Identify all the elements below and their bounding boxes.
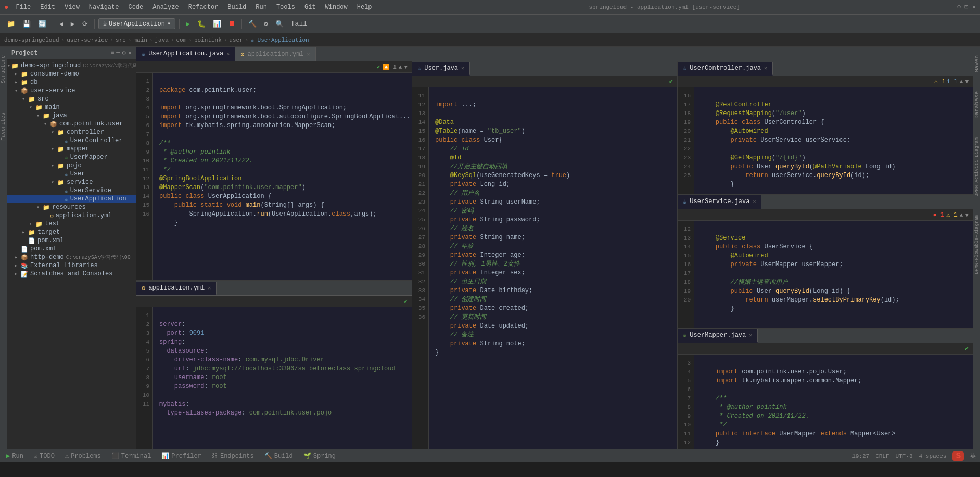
yml-code[interactable]: server: port: 9091 spring: datasource: d… — [153, 307, 412, 453]
tree-item-pom-user[interactable]: ▸ 📄 pom.xml — [7, 236, 136, 245]
bc-com[interactable]: com — [176, 37, 187, 43]
toolbar-save[interactable]: 💾 — [20, 18, 33, 30]
menu-edit[interactable]: Edit — [36, 3, 59, 12]
scroll-down-2[interactable]: ▼ — [965, 212, 969, 218]
database-tab[interactable]: Database — [973, 87, 981, 123]
tree-item-service[interactable]: ▾ 📁 service — [7, 178, 136, 186]
toolbar-settings[interactable]: ⚙ — [261, 18, 271, 30]
scroll-down-1[interactable]: ▼ — [965, 79, 969, 85]
project-selector[interactable]: ☕ UserApplication ▾ — [98, 18, 176, 29]
tree-item-appyml[interactable]: ▸ ⚙ application.yml — [7, 211, 136, 220]
tree-item-consumer[interactable]: ▸ 📁 consumer-demo — [7, 70, 136, 78]
bc-userap[interactable]: ☕ UserApplication — [250, 36, 309, 43]
yml-tab-close[interactable]: ✕ — [208, 285, 211, 291]
tab-appyml-close[interactable]: ✕ — [307, 51, 310, 57]
tree-item-pom-root[interactable]: ▸ 📄 pom.xml — [7, 245, 136, 253]
bpmn-flex-tab[interactable]: BPMN-Flowable-Diagram — [973, 211, 981, 278]
scroll-up-2[interactable]: ▲ — [960, 212, 963, 218]
bpmn-activ-tab[interactable]: BPMN Activiti Diagram — [973, 133, 981, 200]
tab-userservice-close[interactable]: ✕ — [753, 198, 756, 205]
stop-btn[interactable]: ⏹ — [226, 18, 238, 29]
toolbar-sync[interactable]: 🔄 — [35, 18, 49, 30]
toolbar-tail[interactable]: Tail — [288, 18, 310, 29]
scroll-up-1[interactable]: ▲ — [960, 79, 963, 85]
tree-item-ext-libs[interactable]: ▸ 📚 External Libraries — [7, 261, 136, 270]
tree-item-usercontroller[interactable]: ▸ ☕ UserController — [7, 136, 136, 145]
menu-view[interactable]: View — [60, 3, 84, 12]
bc-demo[interactable]: demo-springcloud — [4, 37, 59, 43]
tab-usercontroller[interactable]: ☕ UserController.java ✕ — [678, 62, 773, 76]
tree-item-demo[interactable]: ▾ 📁 demo-springcloud C:\crazySA\学习代码 — [7, 61, 136, 70]
terminal-tab[interactable]: ⬛ Terminal — [109, 451, 154, 461]
userservice-code[interactable]: @Service public class UserService { @Aut… — [694, 221, 973, 328]
menu-file[interactable]: File — [11, 3, 35, 12]
run-bottom-tab[interactable]: ▶ Run — [4, 451, 26, 461]
structure-tab[interactable]: Structure — [0, 51, 7, 87]
tab-usermapper[interactable]: ☕ UserMapper.java ✕ — [678, 329, 758, 343]
spring-tab[interactable]: 🌱 Spring — [301, 451, 338, 461]
bc-src[interactable]: src — [116, 37, 126, 43]
tree-item-src[interactable]: ▾ 📁 src — [7, 95, 136, 103]
scroll-down-btn[interactable]: ▼ — [404, 64, 408, 70]
bc-java[interactable]: java — [155, 37, 169, 43]
tab-appyml[interactable]: ⚙ application.yml ✕ — [235, 47, 315, 61]
toolbar-back[interactable]: ◀ — [57, 18, 66, 30]
tree-item-mapper[interactable]: ▾ 📁 mapper — [7, 145, 136, 153]
bc-user[interactable]: user — [229, 37, 243, 43]
tree-item-main[interactable]: ▾ 📁 main — [7, 103, 136, 111]
tree-item-target[interactable]: ▸ 📁 target — [7, 228, 136, 236]
window-controls[interactable]: ⊖ ⊡ ✕ — [957, 3, 976, 11]
tree-item-resources[interactable]: ▾ 📁 resources — [7, 203, 136, 211]
tab-userservice[interactable]: ☕ UserService.java ✕ — [678, 195, 761, 209]
tree-item-usermapper[interactable]: ▸ ☕ UserMapper — [7, 153, 136, 161]
tree-item-controller[interactable]: ▾ 📁 controller — [7, 128, 136, 136]
menu-code[interactable]: Code — [124, 3, 147, 12]
tab-user[interactable]: ☕ User.java ✕ — [412, 62, 470, 76]
tab-userap[interactable]: ☕ UserApplication.java ✕ — [136, 47, 235, 61]
tab-userap-close[interactable]: ✕ — [226, 51, 230, 57]
debug-btn[interactable]: 🐛 — [195, 18, 208, 30]
userap-code[interactable]: package com.pointink.user; import org.sp… — [153, 73, 412, 280]
tree-item-userservice[interactable]: ▸ ☕ UserService — [7, 186, 136, 195]
sidebar-settings-btn[interactable]: ⚙ — [122, 49, 126, 57]
tree-item-http-demo[interactable]: ▸ 📦 http-demo C:\crazySA\学习代码\00_ — [7, 253, 136, 261]
profiler-tab[interactable]: 📊 Profiler — [159, 451, 203, 461]
menu-window[interactable]: Window — [321, 3, 352, 12]
tree-item-db[interactable]: ▸ 📁 db — [7, 78, 136, 86]
scroll-up-btn[interactable]: ▲ — [399, 64, 402, 70]
toolbar-build[interactable]: 🔨 — [246, 18, 259, 30]
menu-git[interactable]: Git — [300, 3, 320, 12]
bc-pointink[interactable]: pointink — [194, 37, 222, 43]
run-btn[interactable]: ▶ — [183, 18, 193, 30]
tree-item-java[interactable]: ▾ 📁 java — [7, 111, 136, 120]
toolbar-open[interactable]: 📁 — [4, 18, 18, 30]
build-tab[interactable]: 🔨 Build — [262, 451, 295, 461]
tab-usermapper-close[interactable]: ✕ — [749, 332, 752, 338]
tree-item-user-service[interactable]: ▾ 📦 user-service — [7, 86, 136, 95]
todo-tab[interactable]: ☑ TODO — [32, 451, 57, 461]
menu-build[interactable]: Build — [223, 3, 250, 12]
toolbar-history[interactable]: ⟳ — [80, 18, 91, 30]
tab-usercontroller-close[interactable]: ✕ — [764, 65, 767, 71]
tab-yml-active[interactable]: ⚙ application.yml ✕ — [136, 282, 217, 295]
bc-user-service[interactable]: user-service — [67, 37, 108, 43]
sidebar-sort-btn[interactable]: ≡ — [110, 49, 114, 57]
menu-run[interactable]: Run — [251, 3, 271, 12]
tree-item-test[interactable]: ▸ 📁 test — [7, 220, 136, 228]
endpoints-tab[interactable]: ⛓ Endpoints — [210, 451, 256, 461]
run-coverage-btn[interactable]: 📊 — [210, 18, 224, 30]
menu-navigate[interactable]: Navigate — [85, 3, 123, 12]
menu-refactor[interactable]: Refactor — [184, 3, 223, 12]
maven-tab[interactable]: Maven — [973, 51, 981, 77]
menu-help[interactable]: Help — [353, 3, 376, 12]
sidebar-collapse-btn[interactable]: — — [116, 49, 120, 57]
usercontroller-code[interactable]: @RestController @RequestMapping("/user")… — [694, 87, 973, 194]
user-code[interactable]: import ...; @Data @Table(name = "tb_user… — [429, 87, 677, 461]
tree-item-pkg[interactable]: ▾ 📦 com.pointink.user — [7, 120, 136, 128]
tree-item-user[interactable]: ▸ ☕ User — [7, 170, 136, 178]
tab-user-close[interactable]: ✕ — [461, 65, 464, 71]
tree-item-userapplication[interactable]: ▸ ☕ UserApplication — [7, 195, 136, 203]
favorites-tab[interactable]: Favorites — [0, 108, 7, 145]
problems-tab[interactable]: ⚠ Problems — [63, 451, 103, 461]
tree-item-pojo[interactable]: ▾ 📁 pojo — [7, 161, 136, 170]
